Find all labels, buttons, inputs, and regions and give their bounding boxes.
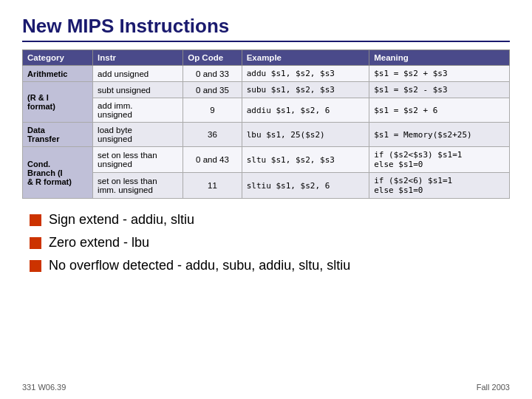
cell-example: subu $s1, $s2, $s3 bbox=[242, 82, 369, 98]
col-header-category: Category bbox=[23, 50, 93, 66]
cell-category: (R & I format) bbox=[23, 82, 93, 123]
table-row: set on less than imm. unsigned11sltiu $s… bbox=[23, 173, 510, 199]
col-header-meaning: Meaning bbox=[369, 50, 510, 66]
cell-instr: set on less than imm. unsigned bbox=[93, 173, 183, 199]
cell-instr: subt unsigned bbox=[93, 82, 183, 98]
bullets-section: Sign extend - addiu, sltiuZero extend - … bbox=[22, 212, 510, 273]
bullet-icon bbox=[30, 237, 41, 249]
cell-meaning: if ($s2<6) $s1=1 else $s1=0 bbox=[369, 173, 510, 199]
slide: New MIPS Instructions Category Instr Op … bbox=[0, 0, 532, 399]
cell-meaning: $s1 = $s2 - $s3 bbox=[369, 82, 510, 98]
table-row: Data Transferload byte unsigned36lbu $s1… bbox=[23, 123, 510, 147]
footer-right: Fall 2003 bbox=[477, 383, 510, 392]
bullet-icon bbox=[30, 214, 41, 226]
cell-category: Cond. Branch (I & R format) bbox=[23, 147, 93, 199]
col-header-example: Example bbox=[242, 50, 369, 66]
bullet-icon bbox=[30, 260, 41, 272]
cell-opcode: 0 and 35 bbox=[183, 82, 242, 98]
instructions-table: Category Instr Op Code Example Meaning A… bbox=[22, 50, 510, 199]
footer-left: 331 W06.39 bbox=[22, 383, 66, 392]
cell-instr: add unsigned bbox=[93, 66, 183, 82]
cell-opcode: 11 bbox=[183, 173, 242, 199]
footer: 331 W06.39 Fall 2003 bbox=[22, 383, 510, 392]
cell-example: lbu $s1, 25($s2) bbox=[242, 123, 369, 147]
cell-category: Arithmetic bbox=[23, 66, 93, 82]
cell-meaning: $s1 = Memory($s2+25) bbox=[369, 123, 510, 147]
cell-opcode: 9 bbox=[183, 98, 242, 123]
cell-instr: add imm. unsigned bbox=[93, 98, 183, 123]
cell-opcode: 0 and 43 bbox=[183, 147, 242, 173]
bullet-item: No overflow detected - addu, subu, addiu… bbox=[30, 258, 510, 273]
bullet-item: Zero extend - lbu bbox=[30, 235, 510, 250]
col-header-opcode: Op Code bbox=[183, 50, 242, 66]
cell-example: sltu $s1, $s2, $s3 bbox=[242, 147, 369, 173]
cell-opcode: 0 and 33 bbox=[183, 66, 242, 82]
cell-example: addu $s1, $s2, $s3 bbox=[242, 66, 369, 82]
cell-meaning: $s1 = $s2 + 6 bbox=[369, 98, 510, 123]
bullet-text: Zero extend - lbu bbox=[49, 235, 149, 250]
table-row: add imm. unsigned9addiu $s1, $s2, 6$s1 =… bbox=[23, 98, 510, 123]
cell-instr: load byte unsigned bbox=[93, 123, 183, 147]
table-row: (R & I format)subt unsigned0 and 35subu … bbox=[23, 82, 510, 98]
cell-opcode: 36 bbox=[183, 123, 242, 147]
page-title: New MIPS Instructions bbox=[22, 15, 510, 42]
bullet-text: No overflow detected - addu, subu, addiu… bbox=[49, 258, 350, 273]
cell-example: addiu $s1, $s2, 6 bbox=[242, 98, 369, 123]
bullet-text: Sign extend - addiu, sltiu bbox=[49, 212, 194, 228]
cell-meaning: $s1 = $s2 + $s3 bbox=[369, 66, 510, 82]
cell-example: sltiu $s1, $s2, 6 bbox=[242, 173, 369, 199]
col-header-instr: Instr bbox=[93, 50, 183, 66]
table-row: Arithmeticadd unsigned0 and 33addu $s1, … bbox=[23, 66, 510, 82]
table-row: Cond. Branch (I & R format)set on less t… bbox=[23, 147, 510, 173]
bullet-item: Sign extend - addiu, sltiu bbox=[30, 212, 510, 228]
cell-instr: set on less than unsigned bbox=[93, 147, 183, 173]
cell-meaning: if ($s2<$s3) $s1=1 else $s1=0 bbox=[369, 147, 510, 173]
cell-category: Data Transfer bbox=[23, 123, 93, 147]
